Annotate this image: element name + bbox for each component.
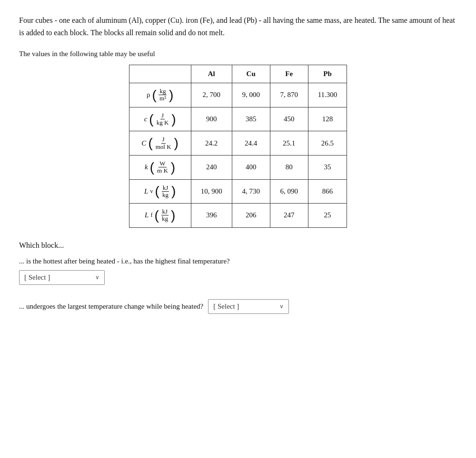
row-label-5: Lf ( kJ kg )	[129, 204, 191, 228]
cell-row2-col2: 25.1	[270, 131, 308, 156]
cell-row2-col1: 24.4	[232, 131, 270, 156]
cell-row0-col2: 7, 870	[270, 83, 308, 107]
table-intro-text: The values in the following table may be…	[19, 50, 457, 58]
row-label-1: c ( J kg K )	[129, 107, 191, 131]
cell-row4-col0: 10, 900	[191, 179, 232, 204]
properties-table: Al Cu Fe Pb ρ ( kg m³ ) 2, 7009, 0007, 8…	[129, 65, 347, 228]
intro-paragraph: Four cubes - one each of aluminum (Al), …	[19, 14, 457, 39]
cell-row2-col3: 26.5	[308, 131, 347, 156]
question1-select-label: [ Select ]	[24, 273, 50, 282]
cell-row3-col0: 240	[191, 155, 232, 179]
row-label-2: C ( J mol K )	[129, 131, 191, 156]
cell-row3-col1: 400	[232, 155, 270, 179]
cell-row1-col3: 128	[308, 107, 347, 131]
question1-chevron-icon: ∨	[95, 274, 99, 281]
cell-row1-col0: 900	[191, 107, 232, 131]
cell-row1-col1: 385	[232, 107, 270, 131]
cell-row5-col1: 206	[232, 204, 270, 228]
cell-row4-col1: 4, 730	[232, 179, 270, 204]
question2-text: ... undergoes the largest temperature ch…	[19, 302, 203, 311]
cell-row5-col2: 247	[270, 204, 308, 228]
question2-row: ... undergoes the largest temperature ch…	[19, 299, 457, 314]
row-label-3: k ( W m K )	[129, 155, 191, 179]
cell-row4-col2: 6, 090	[270, 179, 308, 204]
cell-row4-col3: 866	[308, 179, 347, 204]
cell-row0-col0: 2, 700	[191, 83, 232, 107]
col-header-al: Al	[191, 65, 232, 83]
cell-row3-col2: 80	[270, 155, 308, 179]
col-header-fe: Fe	[270, 65, 308, 83]
question1-text: ... is the hottest after being heated - …	[19, 257, 457, 265]
question2-select-label: [ Select ]	[213, 302, 239, 311]
cell-row5-col3: 25	[308, 204, 347, 228]
cell-row0-col1: 9, 000	[232, 83, 270, 107]
cell-row3-col3: 35	[308, 155, 347, 179]
cell-row0-col3: 11.300	[308, 83, 347, 107]
col-header-cu: Cu	[232, 65, 270, 83]
question1-select[interactable]: [ Select ] ∨	[19, 270, 105, 285]
question2-select[interactable]: [ Select ] ∨	[208, 299, 289, 314]
cell-row5-col0: 396	[191, 204, 232, 228]
which-block-heading: Which block...	[19, 241, 457, 250]
col-header-label	[129, 65, 191, 83]
row-label-0: ρ ( kg m³ )	[129, 83, 191, 107]
cell-row1-col2: 450	[270, 107, 308, 131]
question2-chevron-icon: ∨	[279, 303, 284, 310]
col-header-pb: Pb	[308, 65, 347, 83]
cell-row2-col0: 24.2	[191, 131, 232, 156]
row-label-4: Lv ( kJ kg )	[129, 179, 191, 204]
